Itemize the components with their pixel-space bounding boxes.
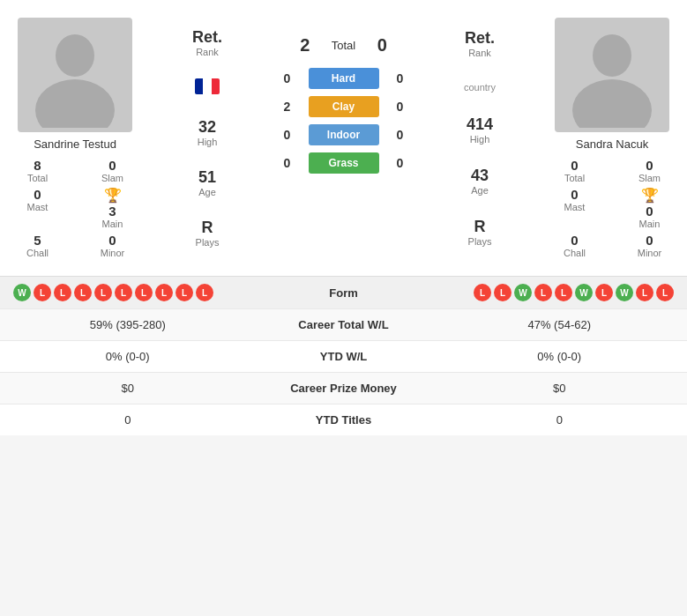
clay-badge: Clay (309, 96, 379, 117)
prize-row: $0 Career Prize Money $0 (0, 372, 687, 404)
ytd-wl-row: 0% (0-0) YTD W/L 0% (0-0) (0, 340, 687, 372)
player1-avatar (18, 18, 132, 132)
career-total-row: 59% (395-280) Career Total W/L 47% (54-6… (0, 308, 687, 340)
center-matchup: 2 Total 0 0 Hard 0 2 Clay 0 0 Indoor 0 (265, 9, 422, 267)
form-badge: L (494, 284, 512, 301)
ytd-wl-label: YTD W/L (256, 341, 432, 372)
player2-chall: 0 Chall (541, 233, 608, 258)
player2-plays: R Plays (468, 218, 492, 247)
form-badge: L (534, 284, 552, 301)
player2-avatar (555, 18, 669, 132)
form-badge: L (196, 284, 213, 301)
total-row: 2 Total 0 (296, 35, 391, 56)
player2-minor: 0 Minor (616, 233, 683, 258)
player2-name: Sandra Nacuk (576, 137, 648, 151)
form-badge: L (474, 284, 491, 301)
ytd-wl-right: 0% (0-0) (432, 341, 688, 372)
svg-point-0 (56, 34, 94, 77)
prize-label: Career Prize Money (256, 373, 432, 404)
player2-mast: 0 Mast (541, 187, 608, 229)
career-total-left: 59% (395-280) (0, 309, 256, 340)
player2-form-badges: LLWLLWLWLL (474, 284, 674, 301)
ytd-wl-left: 0% (0-0) (0, 341, 256, 372)
form-badge: W (514, 284, 532, 301)
player1-trophy-main: 🏆 3 Main (79, 187, 146, 229)
player1-flag (195, 78, 220, 97)
players-section: Sandrine Testud 8 Total 0 Slam 0 Mast 🏆 (0, 0, 687, 276)
form-badge: L (34, 284, 51, 301)
player2-total: 0 Total (541, 158, 608, 183)
player1-name: Sandrine Testud (34, 137, 116, 151)
player2-flag: country (464, 80, 496, 93)
form-badge: L (115, 284, 132, 301)
player2-stats: 0 Total 0 Slam 0 Mast 🏆 0 Main 0 (541, 158, 683, 258)
form-badge: W (575, 284, 593, 301)
titles-label: YTD Titles (256, 404, 432, 435)
titles-right: 0 (432, 404, 688, 435)
player1-card: Sandrine Testud 8 Total 0 Slam 0 Mast 🏆 (0, 9, 150, 267)
form-badge: L (54, 284, 71, 301)
form-section: WLLLLLLLLL Form LLWLLWLWLL (0, 276, 687, 308)
player2-card: Sandra Nacuk 0 Total 0 Slam 0 Mast 🏆 0 (537, 9, 687, 267)
player1-minor: 0 Minor (79, 233, 146, 258)
stats-section: 59% (395-280) Career Total W/L 47% (54-6… (0, 308, 687, 435)
form-badge: L (74, 284, 92, 301)
player2-trophy-main: 🏆 0 Main (616, 187, 683, 229)
form-badge: W (13, 284, 31, 301)
trophy-icon: 🏆 (104, 187, 122, 204)
player2-high: 414 High (467, 115, 493, 145)
main-container: Sandrine Testud 8 Total 0 Slam 0 Mast 🏆 (0, 0, 687, 435)
player1-mast: 0 Mast (4, 187, 71, 229)
hard-badge: Hard (309, 68, 379, 89)
player2-slam: 0 Slam (616, 158, 683, 183)
form-badge: L (555, 284, 572, 301)
player2-middle-stats: Ret. Rank country 414 High 43 Age R Play… (422, 9, 537, 267)
titles-row: 0 YTD Titles 0 (0, 404, 687, 435)
form-badge: W (616, 284, 633, 301)
form-badge: L (155, 284, 173, 301)
form-badge: L (656, 284, 674, 301)
career-total-right: 47% (54-62) (432, 309, 688, 340)
hard-row: 0 Hard 0 (280, 68, 407, 89)
clay-row: 2 Clay 0 (280, 96, 407, 117)
france-flag (195, 78, 220, 94)
indoor-badge: Indoor (309, 124, 379, 145)
career-total-label: Career Total W/L (256, 309, 432, 340)
trophy-icon-2: 🏆 (641, 187, 659, 204)
titles-left: 0 (0, 404, 256, 435)
player1-form-badges: WLLLLLLLLL (13, 284, 213, 301)
indoor-row: 0 Indoor 0 (280, 124, 407, 145)
form-badge: L (636, 284, 653, 301)
player1-slam: 0 Slam (79, 158, 146, 183)
form-badge: L (94, 284, 112, 301)
grass-row: 0 Grass 0 (280, 152, 407, 174)
player1-chall: 5 Chall (4, 233, 71, 258)
player1-total: 8 Total (4, 158, 71, 183)
player1-high: 32 High (198, 118, 218, 147)
player1-age: 51 Age (198, 168, 216, 197)
player1-rank: Ret. Rank (192, 28, 222, 57)
player2-age: 43 Age (471, 167, 489, 196)
form-badge: L (175, 284, 193, 301)
svg-point-2 (593, 34, 631, 77)
svg-point-1 (35, 79, 115, 128)
form-label: Form (329, 286, 358, 300)
player1-middle-stats: Ret. Rank 32 High 51 Age R Plays (150, 9, 265, 267)
form-badge: L (595, 284, 613, 301)
svg-point-3 (572, 79, 652, 128)
player1-plays: R Plays (196, 219, 220, 248)
form-badge: L (135, 284, 153, 301)
prize-left: $0 (0, 373, 256, 404)
player1-stats: 8 Total 0 Slam 0 Mast 🏆 3 Main (4, 158, 146, 258)
grass-badge: Grass (309, 152, 379, 174)
prize-right: $0 (432, 373, 688, 404)
player2-rank: Ret. Rank (465, 29, 495, 58)
